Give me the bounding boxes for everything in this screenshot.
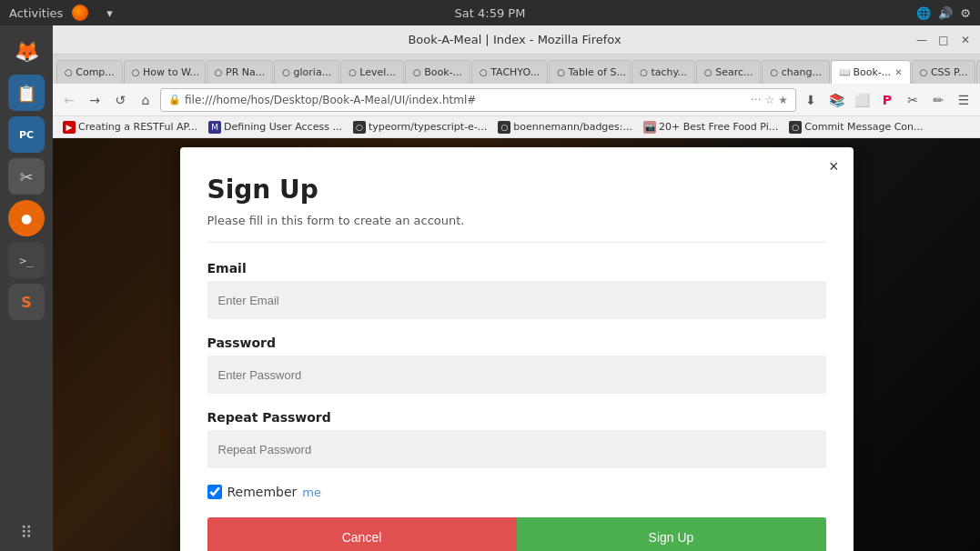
sidebar-terminal-icon[interactable]: >_ — [8, 242, 45, 278]
tab-book1[interactable]: ○ Book-... — [405, 60, 470, 84]
sidebar-files-icon[interactable]: 📋 — [8, 75, 45, 111]
modal-subtitle: Please fill in this form to create an ac… — [207, 214, 826, 243]
bookmark-user-access[interactable]: M Defining User Access ... — [204, 119, 347, 135]
activities-label[interactable]: Activities — [9, 6, 63, 20]
sidebar-tools-icon[interactable]: ✂ — [8, 158, 45, 195]
remember-checkbox[interactable] — [207, 485, 222, 499]
bookmark-favicon-5: 📷 — [643, 121, 656, 134]
tab-close-icon[interactable]: ✕ — [894, 67, 902, 77]
reading-list-icon[interactable]: ⬜ — [851, 89, 873, 111]
modal-title: Sign Up — [207, 175, 826, 205]
email-group: Email — [207, 261, 826, 319]
nav-right-icons: ⬇ 📚 ⬜ P ✂ ✏ ☰ — [800, 89, 975, 111]
email-input[interactable] — [207, 281, 826, 319]
os-topbar: Activities ▾ Sat 4:59 PM 🌐 🔊 ⚙ — [0, 0, 980, 25]
url-icons: ··· ☆ ★ — [751, 94, 788, 106]
remember-me-link[interactable]: me — [302, 486, 321, 499]
modal-overlay: × Sign Up Please fill in this form to cr… — [53, 138, 980, 551]
browser-content: × Sign Up Please fill in this form to cr… — [53, 138, 980, 551]
bookmark-boennemann[interactable]: ○ boennemann/badges:... — [493, 119, 637, 135]
os-datetime: Sat 4:59 PM — [455, 6, 526, 20]
tab-howto[interactable]: ○ How to W... — [124, 60, 206, 84]
lock-icon: 🔒 — [168, 94, 181, 105]
reader-mode-icon[interactable]: ★ — [778, 94, 788, 106]
back-button[interactable]: ← — [58, 89, 80, 111]
bookmark-favicon-1: ▶ — [63, 121, 76, 134]
password-group: Password — [207, 336, 826, 394]
tab-bar: ○ Comp... ○ How to W... ○ PR Na... ○ glo… — [53, 55, 980, 84]
password-label: Password — [207, 336, 826, 350]
tab-tachyo[interactable]: ○ TACHYO... — [471, 60, 548, 84]
tab-searc[interactable]: ○ Searc... — [696, 60, 762, 84]
url-text: file:///home/hos/Desktop/Book-A-Meal/UI/… — [185, 94, 747, 106]
tab-level[interactable]: ○ Level... — [340, 60, 404, 84]
sidebar-pycharm-icon[interactable]: PC — [8, 116, 45, 153]
menu-icon[interactable]: ☰ — [953, 89, 975, 111]
sidebar: 🦊 📋 PC ✂ ● >_ S ⠿ — [0, 25, 53, 551]
window-title: Book-A-Meal | Index - Mozilla Firefox — [115, 33, 914, 46]
system-tray-icon[interactable]: ⚙ — [960, 6, 971, 20]
tab-chang[interactable]: ○ chang... — [762, 60, 829, 84]
tab-prna[interactable]: ○ PR Na... — [207, 60, 273, 84]
volume-icon[interactable]: 🔊 — [938, 6, 953, 20]
bookmark-food[interactable]: 📷 20+ Best Free Food Pi... — [639, 119, 783, 135]
remember-row: Remember me — [207, 485, 826, 499]
sidebar-sublime-icon[interactable]: S — [8, 284, 45, 320]
repeat-password-label: Repeat Password — [207, 410, 826, 425]
sidebar-firefox-icon[interactable]: 🦊 — [8, 33, 45, 69]
pocket-icon[interactable]: P — [876, 89, 898, 111]
url-menu-icon[interactable]: ··· — [751, 94, 761, 106]
bookmark-commit[interactable]: ○ Commit Message Con... — [784, 119, 927, 135]
close-window-button[interactable]: ✕ — [958, 33, 973, 47]
minimize-button[interactable]: — — [914, 33, 929, 47]
modal-close-button[interactable]: × — [829, 158, 839, 175]
url-bar[interactable]: 🔒 file:///home/hos/Desktop/Book-A-Meal/U… — [160, 88, 796, 112]
bookmark-favicon-6: ○ — [789, 121, 802, 134]
repeat-password-group: Repeat Password — [207, 410, 826, 468]
os-topbar-left: Activities ▾ — [9, 5, 113, 21]
edit-icon[interactable]: ✏ — [927, 89, 949, 111]
signup-button[interactable]: Sign Up — [517, 517, 826, 551]
bookmark-restful[interactable]: ▶ Creating a RESTFul AP... — [58, 119, 202, 135]
browser-window: Book-A-Meal | Index - Mozilla Firefox — … — [53, 25, 980, 551]
bookmarks-bar: ▶ Creating a RESTFul AP... M Defining Us… — [53, 116, 980, 138]
tab-comp[interactable]: ○ Comp... — [56, 60, 123, 84]
remember-label: Remember — [227, 485, 298, 499]
refresh-button[interactable]: ↺ — [109, 89, 131, 111]
signup-modal: × Sign Up Please fill in this form to cr… — [180, 147, 854, 551]
tab-tachy[interactable]: ○ tachy... — [631, 60, 695, 84]
tab-tableof[interactable]: ○ Table of S... — [549, 60, 631, 84]
nav-bar: ← → ↺ ⌂ 🔒 file:///home/hos/Desktop/Book-… — [53, 84, 980, 116]
bookmark-star-icon[interactable]: ☆ — [764, 94, 774, 106]
home-button[interactable]: ⌂ — [135, 89, 157, 111]
bookmark-favicon-4: ○ — [498, 121, 510, 134]
bookmarks-icon[interactable]: 📚 — [825, 89, 847, 111]
sidebar-bottom: ⠿ — [20, 523, 32, 542]
email-label: Email — [207, 261, 826, 276]
tab-css[interactable]: ○ CSS P... — [912, 60, 976, 84]
bookmark-typeorm[interactable]: ○ typeorm/typescript-e-... — [349, 119, 491, 135]
title-bar: Book-A-Meal | Index - Mozilla Firefox — … — [53, 25, 980, 55]
network-icon[interactable]: 🌐 — [916, 6, 931, 20]
repeat-password-input[interactable] — [207, 430, 826, 468]
dropdown-arrow-icon[interactable]: ▾ — [106, 6, 113, 20]
bookmark-favicon-2: M — [208, 121, 221, 134]
downloads-icon[interactable]: ⬇ — [800, 89, 822, 111]
os-topbar-right: 🌐 🔊 ⚙ — [916, 6, 971, 20]
tab-book3[interactable]: ○ Book-... — [976, 60, 980, 84]
button-row: Cancel Sign Up — [207, 517, 826, 551]
bookmark-favicon-3: ○ — [353, 121, 366, 134]
app-grid-icon[interactable]: ⠿ — [20, 523, 32, 542]
maximize-button[interactable]: □ — [936, 33, 951, 47]
screenshot-icon[interactable]: ✂ — [902, 89, 924, 111]
sidebar-postman-icon[interactable]: ● — [8, 200, 45, 236]
tab-book-active[interactable]: 📖 Book-... ✕ — [831, 60, 911, 84]
forward-button[interactable]: → — [84, 89, 106, 111]
tab-gloria[interactable]: ○ gloria... — [274, 60, 339, 84]
window-controls: — □ ✕ — [914, 33, 973, 47]
os-firefox-icon — [72, 5, 88, 21]
password-input[interactable] — [207, 356, 826, 394]
cancel-button[interactable]: Cancel — [207, 517, 517, 551]
